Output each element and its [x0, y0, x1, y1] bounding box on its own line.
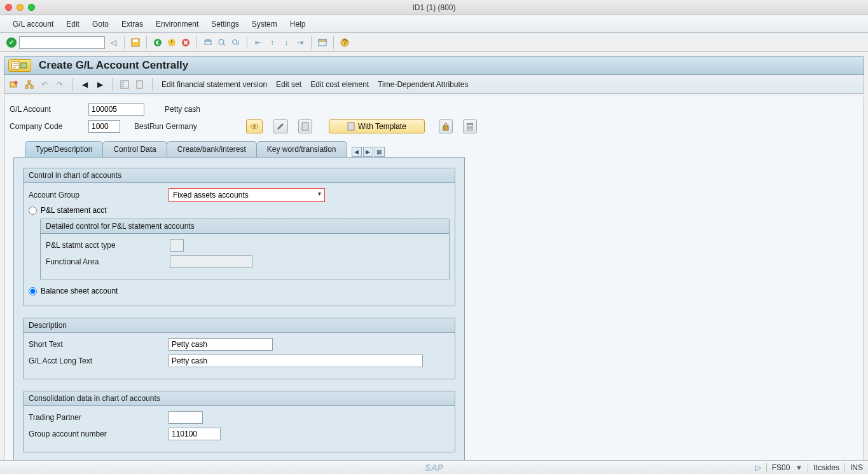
- gl-account-input[interactable]: [88, 103, 144, 116]
- help-icon[interactable]: ?: [339, 37, 350, 48]
- svg-rect-18: [31, 86, 33, 88]
- svg-rect-23: [348, 123, 354, 130]
- dropdown-icon[interactable]: ◁: [107, 37, 119, 48]
- status-tcode: FS00: [772, 463, 790, 472]
- enter-icon[interactable]: ✓: [6, 37, 17, 48]
- svg-rect-14: [21, 63, 27, 68]
- tab-scroll-right-icon[interactable]: ▶: [363, 147, 373, 157]
- edit-button[interactable]: [273, 119, 288, 133]
- statusbar: SAP ▷ FS00 ▼ ttcsides INS: [0, 460, 868, 474]
- group-consolidation-title: Consolidation data in chart of accounts: [24, 391, 455, 406]
- link-edit-set[interactable]: Edit set: [273, 79, 304, 90]
- other-account-icon[interactable]: [8, 79, 20, 90]
- group-pl-detail-title: Detailed control for P&L statement accou…: [41, 219, 449, 234]
- group-description-title: Description: [24, 318, 455, 333]
- short-text-input[interactable]: [169, 338, 273, 351]
- group-account-number-input[interactable]: [169, 428, 221, 440]
- tab-control-data[interactable]: Control Data: [102, 141, 167, 157]
- hierarchy-icon[interactable]: [24, 79, 35, 90]
- pl-statement-label: P&L statement acct: [41, 206, 107, 215]
- display-button[interactable]: [246, 119, 263, 133]
- svg-point-7: [219, 39, 224, 44]
- status-mode: INS: [850, 463, 863, 472]
- save-icon[interactable]: [130, 37, 141, 48]
- tabstrip: Type/Description Control Data Create/ban…: [25, 141, 858, 157]
- tab-type-description[interactable]: Type/Description: [25, 141, 103, 157]
- menu-system[interactable]: System: [247, 17, 282, 31]
- tab-body: Control in chart of accounts Account Gro…: [13, 157, 465, 463]
- tab-scroll-left-icon[interactable]: ◀: [352, 147, 362, 157]
- menubar: G/L account Edit Goto Extras Environment…: [0, 15, 868, 33]
- company-code-label: Company Code: [10, 122, 85, 131]
- first-page-icon[interactable]: ⇤: [252, 37, 264, 48]
- gl-account-desc: Petty cash: [165, 105, 200, 114]
- svg-point-2: [154, 39, 162, 46]
- exit-icon[interactable]: [166, 37, 177, 48]
- group-control-chart: Control in chart of accounts Account Gro…: [23, 168, 455, 306]
- app-toolbar: ↶ ↷ ◀ ▶ Edit financial statement version…: [4, 75, 864, 94]
- svg-rect-19: [121, 81, 128, 88]
- with-template-button[interactable]: With Template: [329, 119, 425, 133]
- tab-list-icon[interactable]: ▦: [375, 147, 385, 157]
- next-record-icon[interactable]: ▶: [94, 79, 106, 90]
- menu-settings[interactable]: Settings: [206, 17, 244, 31]
- status-expand-icon[interactable]: ▷: [755, 463, 761, 472]
- group-consolidation: Consolidation data in chart of accounts …: [23, 391, 455, 452]
- prev-page-icon[interactable]: ↑: [266, 37, 278, 48]
- svg-rect-24: [443, 126, 448, 130]
- menu-help[interactable]: Help: [285, 17, 311, 31]
- page-header-icon: [8, 59, 31, 72]
- long-text-input[interactable]: [169, 355, 423, 367]
- back-icon[interactable]: [152, 37, 163, 48]
- functional-area-label: Functional Area: [46, 257, 170, 266]
- tree-on-icon[interactable]: [119, 79, 130, 90]
- new-session-icon[interactable]: [317, 37, 328, 48]
- menu-extras[interactable]: Extras: [116, 17, 148, 31]
- svg-point-8: [233, 39, 237, 44]
- tab-keyword-translation[interactable]: Key word/translation: [256, 141, 347, 157]
- svg-rect-1: [133, 39, 138, 42]
- page-title: Create G/L Account Centrally: [39, 59, 188, 72]
- balance-sheet-label: Balance sheet account: [41, 287, 118, 295]
- menu-edit[interactable]: Edit: [61, 17, 85, 31]
- svg-rect-10: [319, 39, 326, 41]
- last-page-icon[interactable]: ⇥: [294, 37, 306, 48]
- undo-icon[interactable]: ↶: [39, 79, 50, 90]
- tab-create-bank-interest[interactable]: Create/bank/interest: [167, 141, 257, 157]
- link-edit-cost-element[interactable]: Edit cost element: [308, 79, 371, 90]
- next-page-icon[interactable]: ↓: [280, 37, 292, 48]
- delete-button[interactable]: [463, 119, 477, 133]
- balance-sheet-radio[interactable]: [29, 287, 37, 295]
- svg-rect-16: [28, 81, 31, 83]
- trading-partner-label: Trading Partner: [29, 413, 169, 422]
- status-dropdown-icon[interactable]: ▼: [795, 463, 803, 472]
- menu-gl-account[interactable]: G/L account: [8, 17, 59, 31]
- trading-partner-input[interactable]: [169, 411, 203, 424]
- account-group-select[interactable]: Fixed assets accounts: [169, 188, 325, 202]
- pl-statement-radio[interactable]: [29, 207, 37, 215]
- svg-point-21: [253, 125, 256, 128]
- lock-button[interactable]: [439, 119, 453, 133]
- pl-type-label: P&L statmt acct type: [46, 241, 170, 250]
- command-field[interactable]: [19, 36, 105, 49]
- menu-environment[interactable]: Environment: [151, 17, 203, 31]
- short-text-label: Short Text: [29, 340, 169, 349]
- prev-record-icon[interactable]: ◀: [79, 79, 90, 90]
- company-code-input[interactable]: [88, 120, 120, 133]
- redo-icon[interactable]: ↷: [54, 79, 65, 90]
- document-button[interactable]: [298, 119, 312, 133]
- group-control-chart-title: Control in chart of accounts: [24, 168, 455, 183]
- functional-area-input: [170, 255, 252, 268]
- link-time-dependent[interactable]: Time-Dependent Attributes: [375, 79, 471, 90]
- mac-titlebar: ID1 (1) (800): [0, 0, 868, 15]
- menu-goto[interactable]: Goto: [87, 17, 114, 31]
- find-next-icon[interactable]: [230, 37, 242, 48]
- page-header: Create G/L Account Centrally: [4, 56, 864, 75]
- svg-rect-17: [25, 86, 28, 88]
- doc-icon[interactable]: [134, 79, 146, 90]
- print-icon[interactable]: [202, 37, 214, 48]
- cancel-icon[interactable]: [180, 37, 191, 48]
- link-edit-fsv[interactable]: Edit financial statement version: [159, 79, 270, 90]
- find-icon[interactable]: [216, 37, 228, 48]
- window-title: ID1 (1) (800): [0, 3, 868, 12]
